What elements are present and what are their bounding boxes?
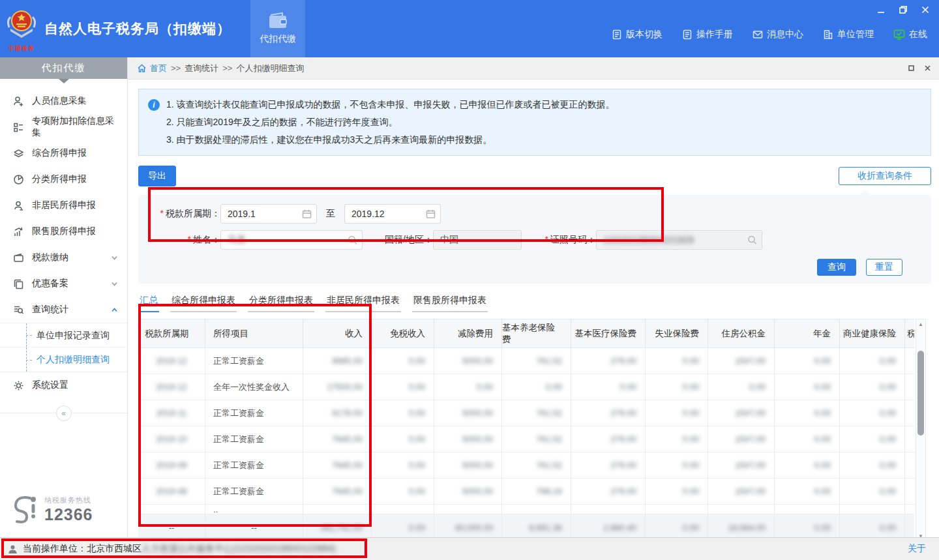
- table-cell: 0.00: [775, 514, 840, 537]
- table-cell: 0.00: [775, 348, 840, 374]
- period-to-input[interactable]: 2019.12: [344, 204, 441, 224]
- sidebar-item-system-settings[interactable]: 系统设置: [0, 372, 127, 398]
- table-cell: 0.00: [372, 400, 434, 426]
- table-cell: 0.00: [434, 374, 502, 400]
- tab-comprehensive-income-form[interactable]: 综合所得申报表: [170, 293, 237, 312]
- online-status[interactable]: 在线: [893, 29, 927, 40]
- breadcrumb-home[interactable]: 首页: [150, 63, 167, 74]
- period-from-value: 2019.1: [228, 209, 256, 219]
- period-from-input[interactable]: 2019.1: [220, 204, 317, 224]
- sidebar-subitem-unit-declaration-query[interactable]: 单位申报记录查询: [0, 323, 127, 347]
- envelope-icon: [753, 29, 763, 40]
- column-header[interactable]: 基本养老保险费: [502, 319, 571, 348]
- table-row[interactable]: 2019-08正常工资薪金7645.000.005000.00798.24279…: [138, 479, 914, 505]
- tab-daikou-daijiao[interactable]: 代扣代缴: [250, 0, 305, 57]
- table-row[interactable]: 2019-12正常工资薪金9985.000.005000.00761.52279…: [138, 348, 914, 374]
- menu-version-switch[interactable]: 版本切换: [612, 29, 663, 40]
- column-header[interactable]: 商业健康保险: [840, 319, 905, 348]
- summary-table-grid: 税款所属期 所得项目 收入 免税收入 减除费用 基本养老保险费 基本医疗保险费 …: [138, 319, 914, 537]
- vertical-scrollbar[interactable]: ▲ ▼: [916, 319, 926, 537]
- column-header[interactable]: 税: [905, 319, 914, 348]
- sidebar-item-classified-income[interactable]: 分类所得申报: [0, 166, 127, 192]
- sidebar-header: 代扣代缴: [0, 57, 127, 79]
- table-cell: [905, 374, 914, 400]
- table-cell: 2019-08: [138, 479, 205, 505]
- column-header[interactable]: 收入: [303, 319, 372, 348]
- breadcrumb-separator: >>: [171, 63, 181, 73]
- collapse-query-conditions-button[interactable]: 收折查询条件: [839, 167, 931, 185]
- column-header[interactable]: 失业保险费: [646, 319, 708, 348]
- table-row[interactable]: 2019-10正常工资薪金7645.000.005000.00761.52279…: [138, 426, 914, 452]
- table-cell: [372, 505, 434, 514]
- sidebar-item-preferential-record[interactable]: 优惠备案: [0, 271, 127, 297]
- panel-controls: [908, 65, 931, 72]
- nationality-input[interactable]: 中国: [433, 230, 522, 250]
- sidebar-item-special-deduction[interactable]: 专项附加扣除信息采集: [0, 114, 127, 140]
- sidebar-item-label: 税款缴纳: [32, 252, 68, 263]
- table-cell: 279.00: [571, 400, 646, 426]
- column-header[interactable]: 税款所属期: [138, 319, 205, 348]
- table-cell: 0.00: [646, 479, 708, 505]
- column-header[interactable]: 基本医疗保险费: [571, 319, 646, 348]
- panel-close-icon[interactable]: [924, 65, 931, 72]
- sidebar-item-label: 优惠备案: [32, 278, 68, 289]
- table-row[interactable]: 2019-12全年一次性奖金收入27500.000.000.000.000.00…: [138, 374, 914, 400]
- scroll-up-arrow[interactable]: ▲: [916, 319, 925, 329]
- export-button[interactable]: 导出: [138, 166, 176, 186]
- restore-button[interactable]: [899, 5, 908, 14]
- table-row[interactable]: ----161,741.000.0060,000.008,991.362,960…: [138, 514, 914, 537]
- panel-restore-icon[interactable]: [908, 65, 915, 72]
- menu-message-center[interactable]: 消息中心: [753, 29, 803, 40]
- tax-emblem-logo: 中国税务: [5, 8, 38, 53]
- column-header[interactable]: 住房公积金: [708, 319, 775, 348]
- tab-classified-income-form[interactable]: 分类所得申报表: [248, 293, 314, 312]
- sidebar-item-tax-payment[interactable]: 税款缴纳: [0, 244, 127, 271]
- column-header[interactable]: 免税收入: [372, 319, 434, 348]
- tab-restricted-shares-form[interactable]: 限售股所得申报表: [412, 293, 488, 312]
- table-cell: [905, 452, 914, 479]
- table-cell: 0.00: [372, 374, 434, 400]
- sidebar-item-nonresident-income[interactable]: 非居民所得申报: [0, 192, 127, 218]
- scroll-down-arrow[interactable]: ▼: [916, 531, 925, 537]
- table-cell: 正常工资薪金: [205, 479, 303, 505]
- table-cell: 279.00: [571, 426, 646, 452]
- sidebar-item-query-statistics[interactable]: 查询统计: [0, 297, 127, 323]
- menu-manual[interactable]: 操作手册: [682, 29, 733, 40]
- table-cell: 0.00: [372, 479, 434, 505]
- column-header[interactable]: 所得项目: [205, 319, 303, 348]
- sidebar-item-restricted-shares[interactable]: 限售股所得申报: [0, 218, 127, 244]
- table-cell: 5000.00: [434, 400, 502, 426]
- reset-button[interactable]: 重置: [866, 259, 902, 276]
- table-row[interactable]: 2019-09正常工资薪金7645.000.005000.00761.52279…: [138, 452, 914, 479]
- menu-unit-management[interactable]: 单位管理: [823, 29, 874, 40]
- tab-summary[interactable]: 汇总: [138, 293, 159, 312]
- query-button[interactable]: 查询: [817, 259, 856, 276]
- sidebar-collapse-button[interactable]: «: [56, 405, 72, 421]
- vertical-scroll-thumb[interactable]: [917, 351, 924, 435]
- table-cell: [775, 505, 840, 514]
- table-cell: 279.00: [571, 348, 646, 374]
- name-value: 马某: [228, 234, 246, 246]
- sidebar-item-comprehensive-income[interactable]: 综合所得申报: [0, 140, 127, 166]
- query-statistics-submenu: 单位申报记录查询 个人扣缴明细查询: [0, 323, 127, 372]
- table-cell: 0.00: [646, 452, 708, 479]
- close-button[interactable]: [921, 5, 930, 14]
- table-cell: [905, 426, 914, 452]
- column-header[interactable]: 减除费用: [434, 319, 502, 348]
- table-cell: 161,741.00: [303, 514, 372, 537]
- table-cell: 279.00: [571, 452, 646, 479]
- table-row[interactable]: ..: [138, 505, 914, 514]
- about-link[interactable]: 关于: [908, 543, 926, 555]
- chevron-up-icon: [111, 306, 118, 314]
- table-row[interactable]: 2019-11正常工资薪金9178.000.005000.00761.52279…: [138, 400, 914, 426]
- table-cell: 0.00: [502, 374, 571, 400]
- minimize-button[interactable]: [876, 5, 886, 14]
- id-number-input[interactable]: 110102199304221929: [596, 230, 762, 250]
- sidebar-item-personnel-info[interactable]: 人员信息采集: [0, 88, 127, 114]
- column-header[interactable]: 年金: [775, 319, 840, 348]
- wallet-icon: [268, 12, 288, 29]
- name-input[interactable]: 马某: [220, 230, 363, 250]
- tab-nonresident-income-form[interactable]: 非居民所得申报表: [325, 293, 401, 312]
- table-cell: [708, 505, 775, 514]
- sidebar-subitem-personal-withholding-query[interactable]: 个人扣缴明细查询: [0, 347, 127, 372]
